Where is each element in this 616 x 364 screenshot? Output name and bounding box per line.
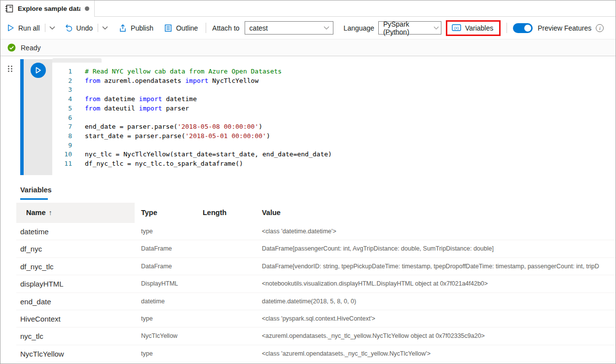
column-header-name[interactable]: Name↑ [16,203,135,223]
info-icon[interactable]: i [596,24,604,32]
variable-row[interactable]: datetimetype<class 'datetime.datetime'> [16,223,616,240]
unsaved-changes-icon [85,6,89,11]
variable-type: type [135,345,196,362]
variable-row[interactable]: nyc_tlcNycTlcYellow<azureml.opendatasets… [16,328,616,345]
kernel-status-bar: Ready [0,39,616,56]
variables-button[interactable]: (x) Variables [452,24,493,32]
cell-gutter [24,59,52,175]
variable-length [196,258,255,275]
line-number: 8 [52,132,72,141]
variable-type: DataFrame [135,240,196,257]
variable-value: <class 'pyspark.sql.context.HiveContext'… [255,310,616,327]
cell-drag-handle-icon[interactable] [7,65,13,73]
variable-length [196,275,255,292]
variable-row[interactable]: end_datedatetimedatetime.datetime(2018, … [16,293,616,310]
variable-name: df_nyc [16,240,135,257]
publish-button[interactable]: Publish [119,24,153,32]
variable-value: <class 'azureml.opendatasets._nyc_tlc_ye… [255,345,616,362]
code-line: 8start_date = parser.parse('2018-05-01 0… [52,132,616,141]
code-lines: 1# Read NYC yellow cab data from Azure O… [52,67,616,169]
code-line: 1# Read NYC yellow cab data from Azure O… [52,67,616,76]
variable-row[interactable]: df_nyc_tlcDataFrameDataFrame[vendorID: s… [16,258,616,275]
divider [45,24,45,32]
code-text: nyc_tlc = NycTlcYellow(start_date=start_… [85,150,332,159]
variable-value: DataFrame[passengerCount: int, AvgTripDi… [255,240,616,257]
code-text [85,141,89,150]
code-line: 11df_nyc_tlc = nyc_tlc.to_spark_datafram… [52,159,616,169]
variable-type: NycTlcYellow [135,328,196,344]
code-text: start_date = parser.parse('2018-05-01 00… [85,132,270,141]
code-text: df_nyc_tlc = nyc_tlc.to_spark_dataframe(… [85,159,243,169]
variables-panel-tab[interactable]: Variables [20,186,52,194]
code-text [85,113,89,123]
code-text: end_date = parser.parse('2018-05-08 00:0… [85,122,262,132]
notebook-editor-area: 1# Read NYC yellow cab data from Azure O… [0,57,616,178]
variable-row[interactable]: NycTlcYellowtype<class 'azureml.opendata… [16,345,616,363]
undo-icon [65,24,72,32]
attach-to-label: Attach to [212,24,239,32]
ready-check-icon [7,43,16,52]
active-tab-underline [20,198,48,200]
code-text: # Read NYC yellow cab data from Azure Op… [85,67,282,76]
status-text: Ready [21,44,40,52]
variable-value: <notebookutils.visualization.displayHTML… [255,275,616,292]
outline-icon [164,24,172,32]
preview-features-toggle[interactable] [513,23,533,33]
variable-value: <azureml.opendatasets._nyc_tlc_yellow.Ny… [255,328,616,344]
play-icon [35,67,41,74]
language-select[interactable]: PySpark (Python) [378,21,441,35]
chevron-down-icon [324,26,329,30]
line-number: 5 [52,104,72,113]
variable-length [196,223,255,240]
variables-table-header: Name↑ Type Length Value [16,203,616,223]
column-header-value[interactable]: Value [255,203,616,223]
variables-table: Name↑ Type Length Value datetimetype<cla… [16,203,616,363]
publish-icon [119,24,127,32]
code-text: from azureml.opendatasets import NycTlcY… [85,76,258,86]
code-text: from datetime import datetime [85,95,197,104]
line-number: 2 [52,76,72,86]
variable-row[interactable]: df_nycDataFrameDataFrame[passengerCount:… [16,240,616,257]
variable-type: type [135,223,196,240]
variable-value: datetime.datetime(2018, 5, 8, 0, 0) [255,293,616,310]
variable-value: DataFrame[vendorID: string, tpepPickupDa… [255,258,616,275]
divider [98,24,98,32]
column-header-type[interactable]: Type [135,203,196,223]
variable-type: DisplayHTML [135,275,196,292]
variable-row[interactable]: HiveContexttype<class 'pyspark.sql.conte… [16,310,616,328]
code-text: from dateutil import parser [85,104,189,113]
run-options-chevron-button[interactable] [49,26,55,30]
variable-name: displayHTML [16,275,135,292]
sort-ascending-icon: ↑ [49,209,52,217]
variable-length [196,345,255,362]
cell-selected-indicator [20,59,24,175]
run-cell-button[interactable] [31,63,46,78]
divider [507,23,507,33]
undo-options-chevron-button[interactable] [102,26,108,30]
variable-name: NycTlcYellow [16,345,135,362]
code-editor[interactable]: 1# Read NYC yellow cab data from Azure O… [52,59,616,175]
variable-length [196,310,255,327]
outline-button[interactable]: Outline [164,24,198,32]
tab-title: Explore sample data ... [18,5,80,12]
variable-name: nyc_tlc [16,328,135,344]
annotation-highlight-box: (x) Variables [446,20,501,36]
run-all-button[interactable]: Run all [7,24,40,32]
preview-features-label: Preview Features [538,24,591,32]
variable-length [196,293,255,310]
notebook-icon [5,4,13,13]
code-line: 9 [52,141,616,150]
variables-icon: (x) [452,24,461,32]
line-number: 3 [52,85,72,95]
line-number: 6 [52,113,72,123]
line-number: 7 [52,122,72,132]
column-header-length[interactable]: Length [196,203,255,223]
svg-text:(x): (x) [454,26,459,30]
variable-row[interactable]: displayHTMLDisplayHTML<notebookutils.vis… [16,275,616,292]
variable-type: datetime [135,293,196,310]
tab-notebook[interactable]: Explore sample data ... [0,0,95,17]
undo-button[interactable]: Undo [65,24,93,32]
chevron-down-icon [102,26,108,30]
attach-to-select[interactable]: catest [245,21,333,35]
code-cell: 1# Read NYC yellow cab data from Azure O… [20,59,616,175]
